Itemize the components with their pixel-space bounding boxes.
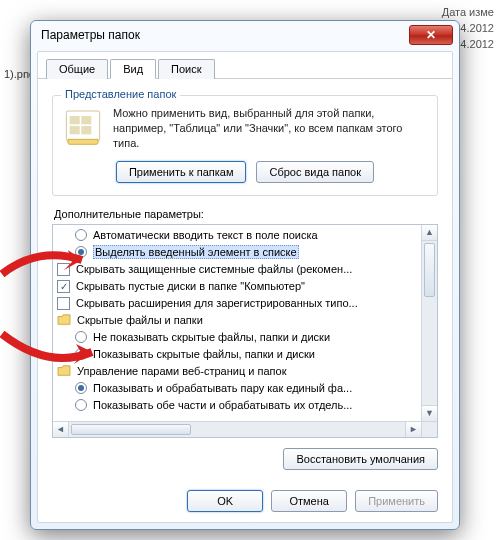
ok-button[interactable]: OK — [187, 490, 263, 512]
window-title: Параметры папок — [41, 28, 409, 42]
horizontal-scrollbar[interactable]: ◄ ► — [53, 421, 421, 437]
tree-row-label: Показывать обе части и обрабатывать их о… — [93, 399, 352, 411]
column-header-date: Дата изме — [439, 4, 494, 20]
folder-options-window: Параметры папок ✕ Общие Вид Поиск Предст… — [30, 20, 460, 530]
vertical-scrollbar[interactable]: ▲ ▼ — [421, 225, 437, 421]
radio[interactable] — [75, 246, 87, 258]
close-button[interactable]: ✕ — [409, 25, 453, 45]
radio[interactable] — [75, 331, 87, 343]
tree-row[interactable]: Показывать скрытые файлы, папки и диски — [57, 346, 417, 363]
tree-row[interactable]: Показывать обе части и обрабатывать их о… — [57, 397, 417, 414]
apply-to-folders-button[interactable]: Применить к папкам — [116, 161, 247, 183]
radio[interactable] — [75, 229, 87, 241]
advanced-params-label: Дополнительные параметры: — [54, 208, 436, 220]
folder-icon — [57, 314, 71, 326]
tree-row-label: Управление парами веб-страниц и папок — [77, 365, 286, 377]
tree-row-label: Скрывать расширения для зарегистрированн… — [76, 297, 358, 309]
tree-row-label: Скрытые файлы и папки — [77, 314, 203, 326]
tree-row[interactable]: Автоматически вводить текст в поле поиск… — [57, 227, 417, 244]
apply-button[interactable]: Применить — [355, 490, 438, 512]
tree-row[interactable]: Скрывать защищенные системные файлы (рек… — [57, 261, 417, 278]
folder-icon — [57, 365, 71, 377]
tree-row-label: Показывать скрытые файлы, папки и диски — [93, 348, 315, 360]
tree-row-label: Скрывать пустые диски в папке "Компьютер… — [76, 280, 305, 292]
tree-row-label: Автоматически вводить текст в поле поиск… — [93, 229, 318, 241]
radio[interactable] — [75, 399, 87, 411]
scroll-down-icon[interactable]: ▼ — [422, 405, 437, 421]
tree-row[interactable]: ✓Скрывать пустые диски в папке "Компьюте… — [57, 278, 417, 295]
cancel-button[interactable]: Отмена — [271, 490, 347, 512]
tab-search[interactable]: Поиск — [158, 59, 214, 79]
tab-view[interactable]: Вид — [110, 59, 156, 79]
titlebar: Параметры папок ✕ — [31, 21, 459, 49]
tree-row[interactable]: Не показывать скрытые файлы, папки и дис… — [57, 329, 417, 346]
tree-row-label: Скрывать защищенные системные файлы (рек… — [76, 263, 352, 275]
folder-view-icon — [63, 106, 103, 146]
tree-row[interactable]: Выделять введенный элемент в списке — [57, 244, 417, 261]
tab-strip: Общие Вид Поиск — [38, 52, 452, 79]
horizontal-scroll-thumb[interactable] — [71, 424, 191, 435]
tree-row[interactable]: Скрывать расширения для зарегистрированн… — [57, 295, 417, 312]
close-icon: ✕ — [426, 28, 436, 42]
reset-folders-button[interactable]: Сброс вида папок — [256, 161, 374, 183]
vertical-scroll-thumb[interactable] — [424, 243, 435, 297]
folder-views-title: Представление папок — [61, 88, 180, 100]
radio[interactable] — [75, 348, 87, 360]
scroll-up-icon[interactable]: ▲ — [422, 225, 437, 241]
checkbox[interactable]: ✓ — [57, 280, 70, 293]
folder-views-description: Можно применить вид, выбранный для этой … — [113, 106, 427, 151]
tree-row: Скрытые файлы и папки — [57, 312, 417, 329]
tree-row-label: Не показывать скрытые файлы, папки и дис… — [93, 331, 330, 343]
scroll-corner — [421, 421, 437, 437]
tab-general[interactable]: Общие — [46, 59, 108, 79]
advanced-tree: Автоматически вводить текст в поле поиск… — [52, 224, 438, 438]
tree-row: Управление парами веб-страниц и папок — [57, 363, 417, 380]
svg-rect-4 — [81, 126, 91, 134]
radio[interactable] — [75, 382, 87, 394]
tree-row-label: Выделять введенный элемент в списке — [93, 245, 299, 259]
checkbox[interactable] — [57, 263, 70, 276]
tree-row-label: Показывать и обрабатывать пару как едины… — [93, 382, 352, 394]
svg-rect-3 — [70, 126, 80, 134]
svg-rect-2 — [81, 116, 91, 124]
scroll-right-icon[interactable]: ► — [405, 422, 421, 437]
restore-defaults-button[interactable]: Восстановить умолчания — [283, 448, 438, 470]
checkbox[interactable] — [57, 297, 70, 310]
tree-row[interactable]: Показывать и обрабатывать пару как едины… — [57, 380, 417, 397]
folder-views-group: Представление папок Можно применить вид,… — [52, 95, 438, 196]
svg-rect-1 — [70, 116, 80, 124]
scroll-left-icon[interactable]: ◄ — [53, 422, 69, 437]
